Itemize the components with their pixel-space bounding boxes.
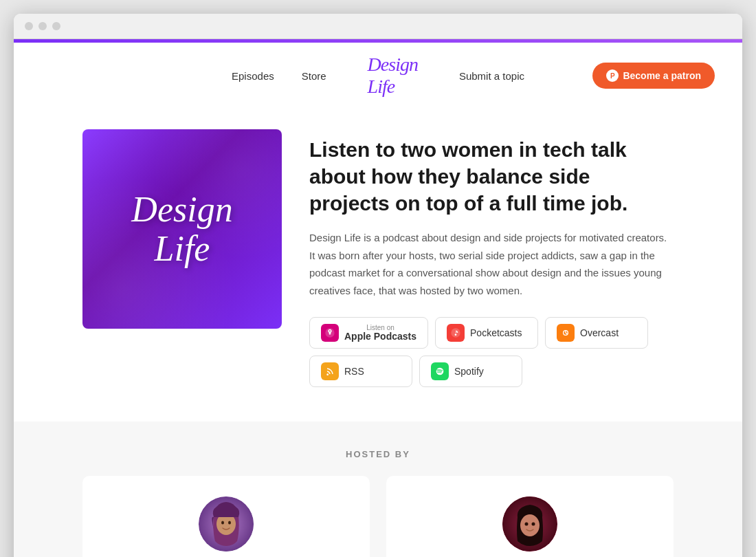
podcast-cover-image: DesignLife <box>82 129 282 329</box>
nav-store[interactable]: Store <box>302 70 326 82</box>
hero-description: Design Life is a podcast about design an… <box>309 229 674 299</box>
traffic-light-close[interactable] <box>25 22 33 30</box>
host-card-charli: Charli Prangley @charliprangley Designer… <box>82 476 370 557</box>
pocketcasts-label: Pocketcasts <box>470 327 522 338</box>
nav-episodes[interactable]: Episodes <box>232 70 274 82</box>
svg-point-5 <box>326 374 329 376</box>
svg-point-14 <box>532 523 535 526</box>
pocketcasts-button[interactable]: Pocketcasts <box>435 317 538 349</box>
traffic-light-minimize[interactable] <box>38 22 47 30</box>
spotify-button[interactable]: Spotify <box>419 356 522 387</box>
cover-logo-text: DesignLife <box>131 190 232 268</box>
apple-big-text: Apple Podcasts <box>344 331 416 342</box>
browser-chrome <box>14 14 742 39</box>
traffic-light-maximize[interactable] <box>52 22 60 30</box>
nav-submit[interactable]: Submit a topic <box>459 70 524 82</box>
spotify-label: Spotify <box>454 366 484 377</box>
hosted-by-section: HOSTED BY <box>14 422 742 557</box>
hosts-grid: Charli Prangley @charliprangley Designer… <box>82 476 674 557</box>
hero-section: DesignLife Listen to two women in tech t… <box>14 109 742 422</box>
charli-avatar <box>199 496 254 551</box>
become-patron-button[interactable]: P Become a patron <box>592 63 715 89</box>
svg-point-10 <box>228 521 231 525</box>
apple-label: Listen on Apple Podcasts <box>344 324 416 342</box>
svg-point-3 <box>455 334 457 336</box>
hosted-by-title: HOSTED BY <box>82 449 674 459</box>
patron-label: Become a patron <box>623 70 701 81</box>
apple-podcasts-icon <box>321 324 339 342</box>
svg-point-12 <box>520 514 540 536</box>
rss-label: RSS <box>344 366 364 377</box>
overcast-label: Overcast <box>580 327 619 338</box>
nav-logo[interactable]: DesignLife <box>368 54 418 98</box>
overcast-icon <box>557 324 575 342</box>
femke-avatar <box>502 496 557 551</box>
host-card-femke: Femke van Schoonhoven @femkesvs Designer… <box>386 476 674 557</box>
browser-window: Episodes Store DesignLife Submit a topic… <box>14 14 742 557</box>
main-nav: Episodes Store DesignLife Submit a topic… <box>14 43 742 109</box>
rss-button[interactable]: RSS <box>309 356 412 387</box>
svg-point-1 <box>329 331 331 332</box>
apple-podcasts-button[interactable]: Listen on Apple Podcasts <box>309 317 428 349</box>
pocketcasts-icon <box>447 324 465 342</box>
svg-point-13 <box>525 523 529 526</box>
spotify-icon <box>431 362 449 380</box>
patreon-icon: P <box>606 69 619 82</box>
rss-icon <box>321 362 339 380</box>
hero-title: Listen to two women in tech talk about h… <box>309 136 674 217</box>
overcast-button[interactable]: Overcast <box>545 317 648 349</box>
hero-content: Listen to two women in tech talk about h… <box>309 129 674 387</box>
svg-point-9 <box>221 521 224 525</box>
listen-buttons-container: Listen on Apple Podcasts Pocket <box>309 317 674 387</box>
